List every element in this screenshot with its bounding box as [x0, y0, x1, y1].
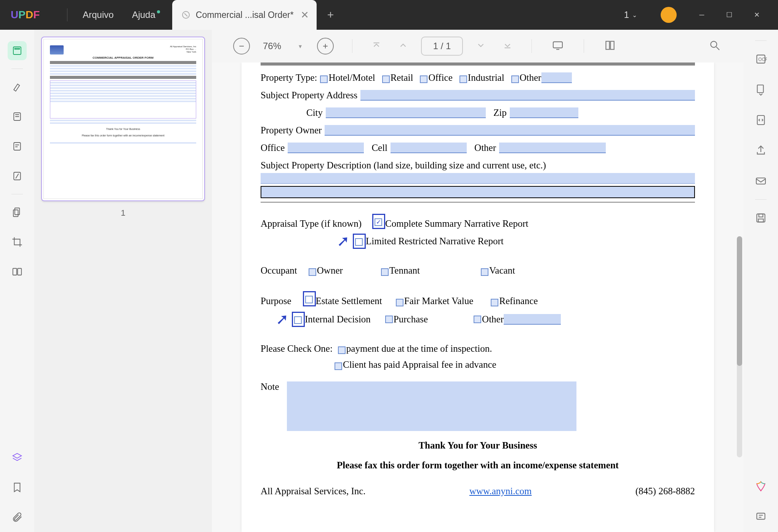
- city-label: City: [306, 107, 323, 118]
- zoom-out-button[interactable]: −: [233, 38, 250, 54]
- note-label: Note: [261, 381, 279, 392]
- cell-phone-label: Cell: [371, 143, 387, 153]
- thumbnail-page-1[interactable]: All Appraisal Services, IncPO Box ...New…: [41, 37, 205, 201]
- checkbox-internal[interactable]: [294, 316, 302, 324]
- desc-line-1[interactable]: [261, 173, 695, 184]
- divider: [11, 194, 23, 194]
- office-phone-field[interactable]: [288, 143, 364, 153]
- bookmark-tool[interactable]: [8, 478, 27, 497]
- reading-mode-button[interactable]: [604, 39, 616, 53]
- compare-tool[interactable]: [8, 262, 27, 281]
- zoom-dropdown-icon[interactable]: ▾: [299, 43, 302, 50]
- svg-line-1: [184, 13, 187, 16]
- svg-rect-10: [18, 268, 21, 275]
- prev-page-button[interactable]: [398, 40, 408, 52]
- zoom-level[interactable]: 76%: [263, 41, 293, 51]
- minimize-button[interactable]: ─: [693, 6, 711, 24]
- fax-note-text: Please fax this order form together with…: [261, 460, 695, 471]
- svg-line-17: [716, 47, 719, 50]
- zip-field[interactable]: [510, 107, 578, 118]
- highlight-tool[interactable]: [8, 77, 27, 96]
- other-phone-field[interactable]: [499, 143, 606, 153]
- purpose-other-field[interactable]: [504, 314, 561, 325]
- other-type-field[interactable]: [541, 72, 572, 83]
- convert-tool[interactable]: [752, 81, 769, 98]
- cell-phone-field[interactable]: [391, 143, 467, 153]
- thumbnails-tool[interactable]: [8, 41, 27, 60]
- menu-help[interactable]: Ajuda: [123, 10, 164, 20]
- edit-tool[interactable]: [8, 167, 27, 186]
- checkbox-tennant[interactable]: [381, 268, 389, 276]
- scrollbar[interactable]: [737, 236, 742, 457]
- purpose-checkbox-group: [303, 291, 316, 306]
- svg-rect-3: [15, 48, 20, 50]
- close-window-button[interactable]: ✕: [748, 6, 766, 24]
- website-link[interactable]: www.anyni.com: [469, 486, 532, 497]
- city-field[interactable]: [326, 107, 486, 118]
- zoom-in-button[interactable]: +: [317, 38, 334, 54]
- checkbox-office[interactable]: [420, 75, 427, 83]
- checkbox-hotel[interactable]: [320, 75, 328, 83]
- checkbox-purchase[interactable]: [385, 316, 393, 323]
- attachment-tool[interactable]: [8, 508, 27, 527]
- checkbox-refinance[interactable]: [491, 299, 498, 306]
- checkbox-limited-restricted[interactable]: [355, 238, 363, 246]
- presentation-mode-button[interactable]: [552, 39, 564, 53]
- tab-current[interactable]: Commercial ...isal Order* ✕: [172, 0, 317, 30]
- scrollbar-thumb[interactable]: [737, 236, 742, 366]
- chevron-down-icon[interactable]: ⌄: [632, 11, 637, 19]
- toolbar: − 76% ▾ + 1 / 1: [212, 30, 744, 62]
- checkbox-payment-due[interactable]: [338, 346, 346, 354]
- svg-rect-25: [758, 219, 763, 222]
- comment-tool[interactable]: [752, 508, 769, 525]
- save-tool[interactable]: [752, 210, 769, 226]
- layers-tool[interactable]: [8, 448, 27, 467]
- subject-address-field[interactable]: [360, 90, 695, 101]
- desc-textbox[interactable]: [261, 186, 695, 198]
- phone-number: (845) 268-8882: [636, 486, 695, 497]
- property-type-label: Property Type:: [261, 72, 317, 83]
- checkbox-retail[interactable]: [382, 75, 390, 83]
- search-button[interactable]: [709, 39, 721, 53]
- email-tool[interactable]: [752, 173, 769, 189]
- svg-rect-8: [13, 210, 18, 217]
- check-one-label: Please Check One:: [261, 343, 333, 354]
- checkbox-vacant[interactable]: [481, 268, 488, 276]
- note-field[interactable]: [287, 381, 576, 431]
- company-name: All Appraisal Services, Inc.: [261, 486, 366, 497]
- document-viewport[interactable]: Property Type: Hotel/Motel Retail Office…: [212, 62, 744, 532]
- first-page-button[interactable]: [371, 40, 381, 52]
- svg-rect-5: [14, 143, 21, 150]
- window-count[interactable]: 1: [624, 10, 629, 20]
- share-tool[interactable]: [752, 142, 769, 159]
- checkbox-fmv[interactable]: [396, 299, 403, 306]
- checkbox-estate[interactable]: [305, 296, 313, 303]
- appraisal-checkbox-group: [372, 214, 385, 229]
- compress-tool[interactable]: [752, 112, 769, 128]
- property-owner-field[interactable]: [325, 125, 695, 136]
- tab-title: Commercial ...isal Order*: [196, 10, 294, 20]
- annotate-tool[interactable]: [8, 107, 27, 126]
- checkbox-industrial[interactable]: [459, 75, 467, 83]
- checkbox-owner[interactable]: [309, 268, 316, 276]
- next-page-button[interactable]: [476, 40, 486, 52]
- thanks-text: Thank You for Your Business: [261, 440, 695, 451]
- avatar[interactable]: [661, 7, 677, 23]
- zip-label: Zip: [493, 107, 507, 118]
- ai-assistant-button[interactable]: [752, 478, 769, 495]
- maximize-button[interactable]: ☐: [720, 6, 738, 24]
- checkbox-other[interactable]: [511, 75, 519, 83]
- ocr-tool[interactable]: OCR: [752, 51, 769, 67]
- checkbox-complete-summary[interactable]: [375, 218, 382, 226]
- menu-file[interactable]: Arquivo: [74, 10, 123, 20]
- last-page-button[interactable]: [503, 40, 512, 52]
- checkbox-client-paid[interactable]: [335, 362, 342, 370]
- pdf-page: Property Type: Hotel/Motel Retail Office…: [242, 62, 714, 532]
- tab-close-icon[interactable]: ✕: [301, 9, 309, 21]
- page-input[interactable]: 1 / 1: [421, 37, 463, 56]
- checkbox-purpose-other[interactable]: [474, 316, 481, 323]
- form-tool[interactable]: [8, 137, 27, 156]
- new-tab-button[interactable]: +: [327, 8, 334, 21]
- pages-tool[interactable]: [8, 203, 27, 222]
- crop-tool[interactable]: [8, 232, 27, 252]
